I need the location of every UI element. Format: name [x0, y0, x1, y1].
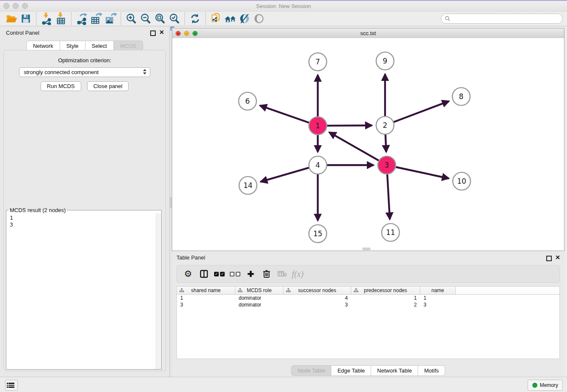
- open-file-icon[interactable]: [4, 12, 19, 25]
- edge-2-3[interactable]: [385, 133, 386, 152]
- refresh-icon[interactable]: [188, 12, 202, 25]
- cell-MCDS-role[interactable]: dominator: [235, 295, 284, 301]
- float-panel-icon[interactable]: [150, 30, 156, 36]
- mcds-result-box: MCDS result (2 nodes) 1 3: [6, 207, 162, 370]
- table-panel-title: Table Panel: [176, 254, 205, 261]
- import-network-icon[interactable]: [39, 12, 54, 25]
- edge-3-10[interactable]: [395, 167, 449, 179]
- show-graphics-details-icon[interactable]: [252, 12, 266, 25]
- table-close-icon[interactable]: ✕: [555, 254, 560, 261]
- zoom-out-icon[interactable]: [138, 12, 153, 25]
- main-toolbar: [0, 11, 567, 26]
- table-row[interactable]: 1dominator411: [177, 295, 559, 301]
- cell-name[interactable]: 1: [420, 295, 456, 301]
- network-scroll-grip[interactable]: [363, 248, 370, 250]
- tab-motifs[interactable]: Motifs: [418, 365, 445, 376]
- add-column-icon[interactable]: ✚: [243, 268, 259, 280]
- mcds-result-text[interactable]: 1 3: [6, 213, 156, 369]
- network-window-titlebar[interactable]: ✕ − + scc.txt: [172, 28, 564, 39]
- cell-shared-name[interactable]: 1: [177, 295, 235, 301]
- graph-node-4[interactable]: 4: [309, 156, 327, 174]
- edge-1-6[interactable]: [260, 105, 310, 123]
- graph-node-6[interactable]: 6: [239, 92, 256, 110]
- tab-network-table[interactable]: Network Table: [371, 365, 418, 376]
- column-header-MCDS-role[interactable]: MCDS role: [235, 287, 284, 295]
- search-box[interactable]: [441, 14, 563, 24]
- cell-successor-nodes[interactable]: 3: [284, 301, 351, 308]
- column-header-successor-nodes[interactable]: successor nodes: [284, 287, 351, 295]
- import-table-icon[interactable]: [54, 12, 68, 25]
- hide-selected-icon[interactable]: [237, 12, 252, 25]
- run-mcds-button[interactable]: Run MCDS: [41, 81, 81, 91]
- graph-node-7[interactable]: 7: [309, 53, 327, 71]
- cell-name[interactable]: 3: [420, 301, 456, 308]
- svg-text:1: 1: [316, 121, 320, 130]
- graph-node-14[interactable]: 14: [239, 177, 257, 194]
- first-neighbors-icon[interactable]: [223, 12, 237, 25]
- graph-node-9[interactable]: 9: [376, 52, 394, 70]
- result-scrollbar[interactable]: [156, 213, 161, 369]
- cell-shared-name[interactable]: 3: [177, 301, 235, 308]
- column-header-name[interactable]: name: [420, 287, 456, 295]
- zoom-in-icon[interactable]: [124, 12, 138, 25]
- memory-status-icon: [532, 383, 537, 388]
- graph-node-11[interactable]: 11: [382, 224, 399, 241]
- optimization-criterion-label: Optimization criterion:: [4, 57, 165, 63]
- export-image-icon[interactable]: [103, 12, 118, 25]
- status-bar: Memory: [0, 377, 567, 392]
- svg-text:6: 6: [245, 97, 250, 105]
- tab-node-table[interactable]: Node Table: [291, 365, 332, 376]
- table-options-icon[interactable]: ⚙: [180, 268, 196, 280]
- deselect-all-icon[interactable]: [227, 268, 243, 280]
- close-panel-icon[interactable]: ✕: [159, 29, 164, 36]
- titlebar: Session: New Session: [0, 1, 567, 11]
- memory-label: Memory: [540, 382, 558, 388]
- graph-node-10[interactable]: 10: [453, 172, 471, 190]
- table-tabs: Node TableEdge TableNetwork TableMotifs: [172, 365, 564, 376]
- edge-2-8[interactable]: [393, 101, 449, 122]
- svg-text:15: 15: [313, 229, 322, 238]
- edge-4-14[interactable]: [261, 167, 310, 182]
- memory-button[interactable]: Memory: [528, 380, 563, 391]
- graph-node-2[interactable]: 2: [376, 116, 394, 134]
- zoom-fit-icon[interactable]: [153, 12, 167, 25]
- svg-text:8: 8: [459, 92, 464, 101]
- edge-3-11[interactable]: [387, 173, 390, 219]
- close-panel-button[interactable]: Close panel: [87, 81, 129, 91]
- task-history-button[interactable]: [5, 380, 18, 391]
- search-input[interactable]: [453, 15, 559, 22]
- network-graph[interactable]: 7968124314101511: [172, 38, 564, 251]
- column-header-predecessor-nodes[interactable]: predecessor nodes: [351, 287, 420, 295]
- export-network-icon[interactable]: [74, 12, 89, 25]
- edge-1-2[interactable]: [326, 125, 372, 126]
- control-panel-header: Control Panel ✕: [0, 26, 169, 39]
- table-row[interactable]: 3dominator323: [177, 301, 559, 308]
- export-table-icon[interactable]: [89, 12, 103, 25]
- mcds-tab-content: Optimization criterion: strongly connect…: [3, 50, 166, 371]
- delete-column-icon[interactable]: [259, 268, 274, 280]
- cell-predecessor-nodes[interactable]: 1: [351, 295, 420, 301]
- graph-node-1[interactable]: 1: [309, 117, 327, 135]
- toolbar-separator: [205, 12, 206, 25]
- copy-network-icon[interactable]: [209, 12, 223, 25]
- cell-successor-nodes[interactable]: 4: [284, 295, 351, 301]
- table-header-row: shared nameMCDS rolesuccessor nodesprede…: [177, 287, 559, 295]
- column-header-shared-name[interactable]: shared name: [177, 287, 235, 295]
- zoom-selected-icon[interactable]: [167, 12, 182, 25]
- optimization-criterion-select[interactable]: strongly connected component: [19, 67, 150, 77]
- table-toolbar: ⚙ ✓✓ ✚ f(x): [176, 265, 560, 283]
- tab-edge-table[interactable]: Edge Table: [331, 365, 371, 376]
- edge-3-1[interactable]: [329, 132, 380, 161]
- cell-MCDS-role[interactable]: dominator: [235, 301, 284, 308]
- show-columns-icon[interactable]: [196, 268, 212, 280]
- toolbar-separator: [36, 12, 36, 25]
- cell-predecessor-nodes[interactable]: 2: [351, 301, 420, 308]
- table-float-icon[interactable]: [546, 256, 552, 261]
- graph-node-15[interactable]: 15: [309, 225, 327, 243]
- select-all-icon[interactable]: ✓✓: [212, 268, 227, 280]
- graph-node-8[interactable]: 8: [452, 88, 470, 105]
- node-table[interactable]: shared nameMCDS rolesuccessor nodesprede…: [176, 286, 560, 359]
- save-session-icon[interactable]: [19, 12, 33, 25]
- graph-node-3[interactable]: 3: [378, 156, 396, 174]
- svg-text:3: 3: [385, 161, 389, 169]
